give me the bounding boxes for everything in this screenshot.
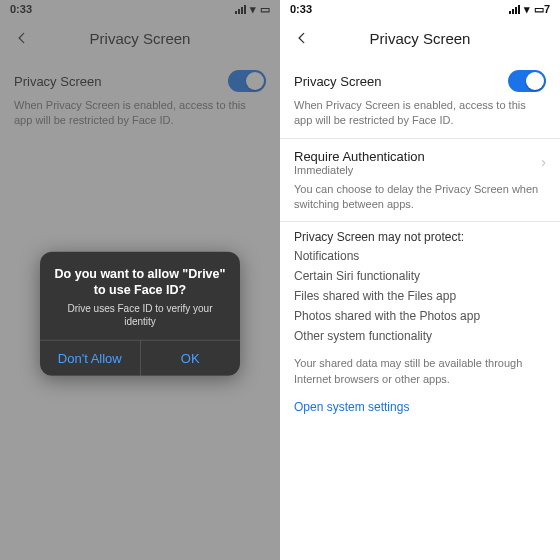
chevron-left-icon [295,31,309,45]
list-item: Files shared with the Files app [294,286,546,306]
require-auth-label: Require Authentication [294,149,425,164]
require-auth-value: Immediately [294,164,425,176]
chevron-right-icon: › [541,154,546,170]
back-button[interactable] [288,24,316,52]
require-auth-desc: You can choose to delay the Privacy Scre… [294,178,546,222]
open-system-settings-link[interactable]: Open system settings [294,400,409,434]
require-authentication-row[interactable]: Require Authentication Immediately › [294,139,546,178]
list-item: Other system functionality [294,326,546,346]
page-title: Privacy Screen [370,30,471,47]
protect-list-head: Privacy Screen may not protect: [294,222,546,246]
signal-icon [509,5,520,14]
list-item: Certain Siri functionality [294,266,546,286]
faceid-permission-alert: Do you want to allow "Drive" to use Face… [40,251,240,376]
battery-icon: ▭7 [534,3,550,16]
alert-title: Do you want to allow "Drive" to use Face… [40,251,240,302]
list-item: Notifications [294,246,546,266]
alert-message: Drive uses Face ID to verify your identi… [40,302,240,340]
header: Privacy Screen [280,18,560,58]
privacy-screen-desc: When Privacy Screen is enabled, access t… [294,94,546,138]
privacy-screen-toggle[interactable] [508,70,546,92]
status-time: 0:33 [290,3,312,15]
list-item: Photos shared with the Photos app [294,306,546,326]
shared-data-note: Your shared data may still be available … [294,346,546,397]
privacy-screen-label: Privacy Screen [294,74,381,89]
alert-dont-allow-button[interactable]: Don't Allow [40,341,141,376]
wifi-icon: ▾ [524,3,530,16]
status-bar: 0:33 ▾ ▭7 [280,0,560,18]
alert-ok-button[interactable]: OK [141,341,241,376]
